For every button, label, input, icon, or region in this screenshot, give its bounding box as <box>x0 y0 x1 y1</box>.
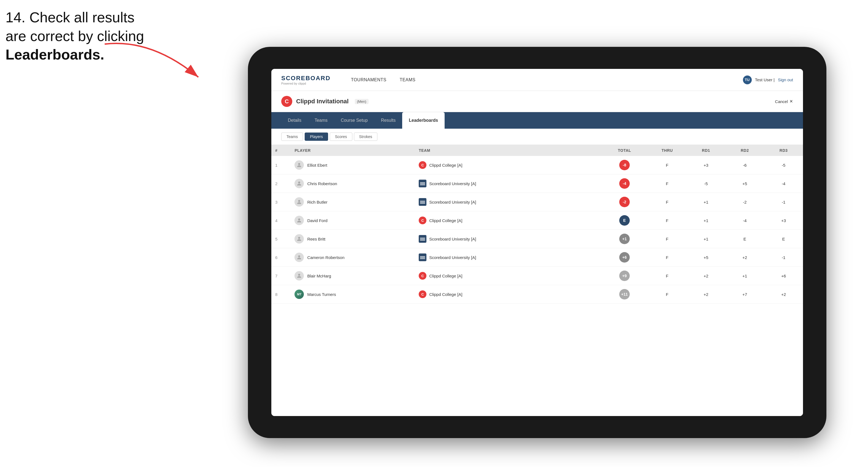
player-name: Chris Robertson <box>307 181 337 186</box>
user-name: Test User | <box>755 77 775 82</box>
logo-area: SCOREBOARD Powered by clippd <box>281 75 331 85</box>
tournament-logo: C <box>281 96 292 107</box>
player-avatar <box>294 216 304 225</box>
player-name: Elliot Ebert <box>307 163 327 167</box>
rd3-cell: -1 <box>764 248 803 267</box>
rd2-cell: -6 <box>725 156 764 175</box>
rd2-cell: E <box>725 230 764 248</box>
nav-tournaments[interactable]: TOURNAMENTS <box>344 69 393 91</box>
cancel-button[interactable]: Cancel ✕ <box>775 99 793 104</box>
player-cell: MT Marcus Turners <box>290 285 415 304</box>
rd1-cell: +2 <box>686 267 725 285</box>
rd1-cell: +1 <box>686 193 725 211</box>
svg-point-6 <box>298 255 300 257</box>
score-badge: -2 <box>619 197 630 207</box>
player-name: Rich Butler <box>307 200 327 205</box>
total-cell: -4 <box>601 175 648 193</box>
rd3-cell: -1 <box>764 193 803 211</box>
total-cell: +1 <box>601 230 648 248</box>
player-cell: Blair McHarg <box>290 267 415 285</box>
table-header-row: # PLAYER TEAM TOTAL THRU RD1 RD2 RD3 <box>271 145 803 156</box>
col-rd1: RD1 <box>686 145 725 156</box>
rd3-cell: +3 <box>764 211 803 230</box>
svg-point-5 <box>298 237 300 239</box>
tournament-badge: (Men) <box>355 99 369 104</box>
team-name: Clippd College [A] <box>429 292 462 297</box>
tournament-title-area: C Clippd Invitational (Men) <box>281 96 369 107</box>
rd3-cell: -4 <box>764 175 803 193</box>
player-cell: Chris Robertson <box>290 175 415 193</box>
total-cell: -2 <box>601 193 648 211</box>
rd1-cell: +2 <box>686 285 725 304</box>
player-cell: Cameron Robertson <box>290 248 415 267</box>
team-name: Clippd College [A] <box>429 163 462 167</box>
tab-teams[interactable]: Teams <box>308 112 334 129</box>
thru-cell: F <box>648 267 686 285</box>
leaderboard-table: # PLAYER TEAM TOTAL THRU RD1 RD2 RD3 1 <box>271 145 803 416</box>
svg-point-7 <box>298 274 300 276</box>
total-cell: E <box>601 211 648 230</box>
thru-cell: F <box>648 285 686 304</box>
rd1-cell: -5 <box>686 175 725 193</box>
col-thru: THRU <box>648 145 686 156</box>
team-name: Scoreboard University [A] <box>429 200 476 205</box>
sign-out-link[interactable]: Sign out <box>778 77 793 82</box>
rank-cell: 3 <box>271 193 290 211</box>
team-cell: Scoreboard University [A] <box>415 248 601 267</box>
player-avatar <box>294 253 304 262</box>
tab-course-setup[interactable]: Course Setup <box>334 112 374 129</box>
tournament-header: C Clippd Invitational (Men) Cancel ✕ <box>271 91 803 112</box>
team-name: Clippd College [A] <box>429 274 462 278</box>
tab-details[interactable]: Details <box>281 112 308 129</box>
nav-teams[interactable]: TEAMS <box>393 69 422 91</box>
rd3-cell: E <box>764 230 803 248</box>
player-avatar <box>294 271 304 280</box>
tab-results[interactable]: Results <box>374 112 402 129</box>
filter-strokes[interactable]: Strokes <box>354 132 377 141</box>
rd1-cell: +5 <box>686 248 725 267</box>
filter-teams[interactable]: Teams <box>281 132 303 141</box>
score-badge: +6 <box>619 252 630 262</box>
filter-players[interactable]: Players <box>305 132 328 141</box>
player-name: Cameron Robertson <box>307 255 344 260</box>
total-cell: +11 <box>601 285 648 304</box>
player-name: Rees Britt <box>307 237 325 241</box>
team-logo: C <box>419 272 427 280</box>
team-logo: C <box>419 161 427 169</box>
player-name: David Ford <box>307 218 327 223</box>
team-cell: C Clippd College [A] <box>415 285 601 304</box>
tablet-screen: SCOREBOARD Powered by clippd TOURNAMENTS… <box>271 69 803 416</box>
rank-cell: 8 <box>271 285 290 304</box>
rd3-cell: -5 <box>764 156 803 175</box>
tournament-name: Clippd Invitational <box>296 98 349 105</box>
table-row: 4 David Ford C Clippd College [A] E F +1… <box>271 211 803 230</box>
team-name: Scoreboard University [A] <box>429 255 476 260</box>
team-logo <box>419 235 427 243</box>
rank-cell: 1 <box>271 156 290 175</box>
logo-text: SCOREBOARD <box>281 75 331 82</box>
rank-cell: 2 <box>271 175 290 193</box>
team-cell: C Clippd College [A] <box>415 211 601 230</box>
thru-cell: F <box>648 230 686 248</box>
rank-cell: 7 <box>271 267 290 285</box>
team-name: Scoreboard University [A] <box>429 237 476 241</box>
nav-right: TU Test User | Sign out <box>743 75 793 84</box>
team-logo <box>419 180 427 187</box>
table-row: 2 Chris Robertson Scoreboard University … <box>271 175 803 193</box>
rd1-cell: +1 <box>686 211 725 230</box>
rd2-cell: +2 <box>725 248 764 267</box>
filter-scores[interactable]: Scores <box>330 132 352 141</box>
score-badge: +1 <box>619 234 630 244</box>
rd1-cell: +3 <box>686 156 725 175</box>
total-cell: +6 <box>601 248 648 267</box>
team-name: Clippd College [A] <box>429 218 462 223</box>
player-avatar <box>294 160 304 170</box>
score-badge: -4 <box>619 178 630 189</box>
table-row: 5 Rees Britt Scoreboard University [A] +… <box>271 230 803 248</box>
player-name: Marcus Turners <box>307 292 336 297</box>
nav-links: TOURNAMENTS TEAMS <box>344 69 743 91</box>
total-cell: -8 <box>601 156 648 175</box>
svg-point-4 <box>298 218 300 220</box>
tab-leaderboards[interactable]: Leaderboards <box>402 112 444 129</box>
score-badge: +11 <box>619 289 630 300</box>
